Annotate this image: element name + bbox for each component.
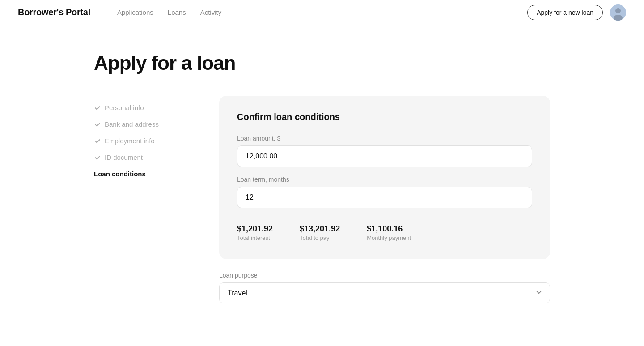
stat-monthly-payment-value: $1,100.16 <box>367 224 411 234</box>
sidebar: Personal info Bank and address Employmen… <box>94 96 192 312</box>
logo: Borrower's Portal <box>18 7 90 17</box>
check-icon-id <box>94 154 101 161</box>
sidebar-item-employment-info[interactable]: Employment info <box>94 132 192 149</box>
check-icon-employment <box>94 137 101 145</box>
stat-monthly-payment-label: Monthly payment <box>367 235 411 241</box>
sidebar-item-bank-address[interactable]: Bank and address <box>94 116 192 132</box>
sidebar-item-id-document[interactable]: ID document <box>94 149 192 166</box>
loan-amount-input[interactable] <box>237 145 532 167</box>
nav-applications[interactable]: Applications <box>117 9 153 16</box>
loan-term-input[interactable] <box>237 187 532 208</box>
avatar[interactable] <box>610 4 626 21</box>
check-icon-personal <box>94 104 101 111</box>
stat-total-to-pay: $13,201.92 Total to pay <box>300 224 340 241</box>
sidebar-label-id-document: ID document <box>105 154 143 161</box>
sidebar-label-loan-conditions: Loan conditions <box>94 170 146 178</box>
check-icon-bank <box>94 121 101 128</box>
nav-activity[interactable]: Activity <box>200 9 222 16</box>
content-layout: Personal info Bank and address Employmen… <box>94 96 550 312</box>
confirm-loan-card: Confirm loan conditions Loan amount, $ L… <box>219 96 550 259</box>
loan-amount-label: Loan amount, $ <box>237 135 532 142</box>
loan-purpose-select-wrapper: Travel Home improvement Medical Educatio… <box>219 282 550 303</box>
card-title: Confirm loan conditions <box>237 112 532 122</box>
apply-new-loan-button[interactable]: Apply for a new loan <box>527 5 603 20</box>
nav-loans[interactable]: Loans <box>168 9 186 16</box>
form-area: Confirm loan conditions Loan amount, $ L… <box>219 96 550 312</box>
loan-purpose-select[interactable]: Travel Home improvement Medical Educatio… <box>219 282 550 303</box>
page-title: Apply for a loan <box>94 52 550 74</box>
stat-total-interest: $1,201.92 Total interest <box>237 224 273 241</box>
svg-point-1 <box>615 8 621 13</box>
main-nav: Applications Loans Activity <box>117 9 221 16</box>
loan-purpose-label: Loan purpose <box>219 272 550 279</box>
sidebar-label-personal-info: Personal info <box>105 104 144 111</box>
sidebar-label-bank-address: Bank and address <box>105 120 159 128</box>
stat-monthly-payment: $1,100.16 Monthly payment <box>367 224 411 241</box>
header-right: Apply for a new loan <box>527 4 626 21</box>
loan-term-label: Loan term, months <box>237 176 532 183</box>
stat-total-interest-label: Total interest <box>237 235 273 241</box>
stat-total-to-pay-value: $13,201.92 <box>300 224 340 234</box>
sidebar-item-loan-conditions[interactable]: Loan conditions <box>94 166 192 182</box>
main-content: Apply for a loan Personal info Bank and <box>76 25 568 330</box>
stat-total-to-pay-label: Total to pay <box>300 235 340 241</box>
stats-row: $1,201.92 Total interest $13,201.92 Tota… <box>237 224 532 241</box>
stat-total-interest-value: $1,201.92 <box>237 224 273 234</box>
loan-purpose-section: Loan purpose Travel Home improvement Med… <box>219 272 550 312</box>
sidebar-item-personal-info[interactable]: Personal info <box>94 99 192 116</box>
sidebar-label-employment-info: Employment info <box>105 137 155 145</box>
header: Borrower's Portal Applications Loans Act… <box>0 0 644 25</box>
